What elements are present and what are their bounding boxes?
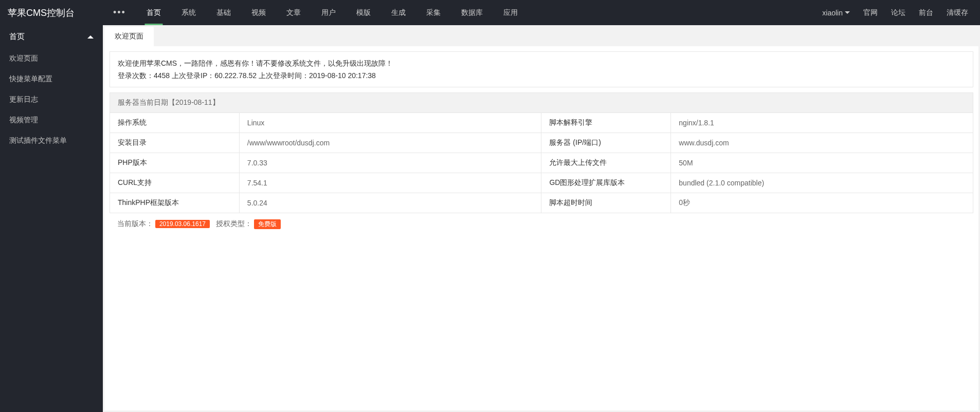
main-container: 首页 欢迎页面 快捷菜单配置 更新日志 视频管理 测试插件文件菜单 欢迎页面 欢… [0, 25, 980, 412]
cell-value: nginx/1.8.1 [671, 113, 973, 133]
cell-value: 7.54.1 [239, 173, 541, 193]
cell-label: 服务器 (IP/端口) [541, 133, 671, 153]
top-nav: ••• 首页 系统 基础 视频 文章 用户 模版 生成 采集 数据库 应用 [103, 0, 528, 25]
nav-home[interactable]: 首页 [136, 0, 171, 25]
sidebar-item-changelog[interactable]: 更新日志 [0, 89, 103, 110]
cell-value: www.dusdj.com [671, 133, 973, 153]
welcome-line2: 登录次数：4458 上次登录IP：60.222.78.52 上次登录时间：201… [118, 69, 965, 82]
cell-label: 操作系统 [110, 113, 240, 133]
welcome-line1: 欢迎使用苹果CMS，一路陪伴，感恩有你！请不要修改系统文件，以免升级出现故障！ [118, 57, 965, 69]
cell-label: ThinkPHP框架版本 [110, 193, 240, 213]
version-row: 当前版本： 2019.03.06.1617 授权类型： 免费版 [110, 213, 973, 235]
cell-value: 0秒 [671, 193, 973, 213]
link-official[interactable]: 官网 [857, 0, 884, 25]
nav-video[interactable]: 视频 [241, 0, 276, 25]
license-label: 授权类型： [216, 219, 252, 228]
username: xiaolin [822, 9, 843, 17]
server-info-table: 操作系统 Linux 脚本解释引擎 nginx/1.8.1 安装目录 /www/… [110, 113, 973, 213]
top-header: 苹果CMS控制台 ••• 首页 系统 基础 视频 文章 用户 模版 生成 采集 … [0, 0, 980, 25]
nav-database[interactable]: 数据库 [451, 0, 493, 25]
nav-system[interactable]: 系统 [171, 0, 206, 25]
sidebar-item-welcome[interactable]: 欢迎页面 [0, 48, 103, 69]
cell-value: 50M [671, 153, 973, 173]
main-area: 欢迎页面 欢迎使用苹果CMS，一路陪伴，感恩有你！请不要修改系统文件，以免升级出… [103, 25, 980, 412]
sidebar-item-plugin-test[interactable]: 测试插件文件菜单 [0, 130, 103, 151]
cell-value: bundled (2.1.0 compatible) [671, 173, 973, 193]
content-panel: 欢迎使用苹果CMS，一路陪伴，感恩有你！请不要修改系统文件，以免升级出现故障！ … [104, 46, 978, 410]
current-version-badge: 2019.03.06.1617 [155, 220, 210, 228]
cell-label: 安装目录 [110, 133, 240, 153]
link-frontend[interactable]: 前台 [912, 0, 940, 25]
cell-value: 7.0.33 [239, 153, 541, 173]
cell-label: 脚本解释引擎 [541, 113, 671, 133]
nav-template[interactable]: 模版 [346, 0, 381, 25]
license-badge: 免费版 [254, 219, 281, 229]
cell-label: 脚本超时时间 [541, 193, 671, 213]
sidebar-title[interactable]: 首页 [0, 25, 103, 48]
link-clear-cache[interactable]: 清缓存 [940, 0, 975, 25]
cell-value: Linux [239, 113, 541, 133]
nav-article[interactable]: 文章 [276, 0, 311, 25]
brand-title: 苹果CMS控制台 [0, 7, 103, 19]
nav-collect[interactable]: 采集 [416, 0, 451, 25]
nav-generate[interactable]: 生成 [381, 0, 416, 25]
nav-app[interactable]: 应用 [493, 0, 528, 25]
header-right: xiaolin 官网 论坛 前台 清缓存 [815, 0, 980, 25]
nav-user[interactable]: 用户 [311, 0, 346, 25]
table-row: ThinkPHP框架版本 5.0.24 脚本超时时间 0秒 [110, 193, 973, 213]
server-date-title: 服务器当前日期【2019-08-11】 [110, 92, 973, 113]
nav-more-dots[interactable]: ••• [103, 0, 136, 25]
current-version-label: 当前版本： [117, 219, 153, 228]
table-row: CURL支持 7.54.1 GD图形处理扩展库版本 bundled (2.1.0… [110, 173, 973, 193]
sidebar-item-video-manage[interactable]: 视频管理 [0, 110, 103, 130]
cell-value: /www/wwwroot/dusdj.com [239, 133, 541, 153]
tab-welcome[interactable]: 欢迎页面 [104, 27, 154, 46]
link-forum[interactable]: 论坛 [884, 0, 912, 25]
chevron-up-icon [87, 35, 94, 39]
user-menu[interactable]: xiaolin [815, 0, 857, 25]
table-row: PHP版本 7.0.33 允许最大上传文件 50M [110, 153, 973, 173]
sidebar-title-label: 首页 [9, 32, 25, 42]
cell-label: CURL支持 [110, 173, 240, 193]
nav-basic[interactable]: 基础 [206, 0, 241, 25]
tab-bar: 欢迎页面 [103, 25, 980, 46]
chevron-down-icon [845, 11, 850, 14]
welcome-box: 欢迎使用苹果CMS，一路陪伴，感恩有你！请不要修改系统文件，以免升级出现故障！ … [110, 51, 973, 87]
sidebar-item-shortcut[interactable]: 快捷菜单配置 [0, 69, 103, 89]
sidebar: 首页 欢迎页面 快捷菜单配置 更新日志 视频管理 测试插件文件菜单 [0, 25, 103, 412]
cell-label: GD图形处理扩展库版本 [541, 173, 671, 193]
cell-label: PHP版本 [110, 153, 240, 173]
table-row: 操作系统 Linux 脚本解释引擎 nginx/1.8.1 [110, 113, 973, 133]
cell-label: 允许最大上传文件 [541, 153, 671, 173]
cell-value: 5.0.24 [239, 193, 541, 213]
table-row: 安装目录 /www/wwwroot/dusdj.com 服务器 (IP/端口) … [110, 133, 973, 153]
